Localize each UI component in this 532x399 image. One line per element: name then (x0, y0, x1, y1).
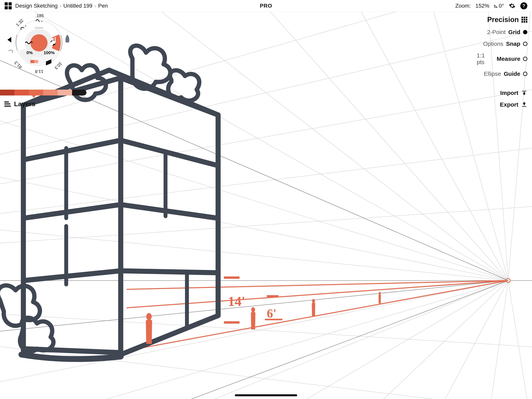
breadcrumb: Design Sketching › Untitled 199 › Pen (15, 3, 108, 9)
export-icon (521, 102, 527, 108)
crumb-app[interactable]: Design Sketching (15, 3, 58, 9)
swatch-4[interactable] (43, 90, 58, 96)
swatch-6[interactable] (72, 90, 86, 96)
import-icon (521, 90, 527, 96)
annotation-6ft: 6' (267, 306, 277, 320)
layers-button[interactable]: Layers (4, 100, 35, 108)
home-indicator (235, 394, 297, 396)
zoom-label: Zoom: (455, 3, 471, 9)
chevron-right-icon: › (95, 3, 96, 9)
layers-label: Layers (14, 100, 35, 108)
radio-empty-icon[interactable] (523, 72, 527, 76)
swatch-2[interactable] (14, 90, 29, 96)
angle-value[interactable]: 0° (494, 3, 504, 9)
annotation-14ft: 14' (228, 294, 245, 309)
top-bar: Design Sketching › Untitled 199 › Pen PR… (0, 0, 532, 12)
redo-arrow-icon[interactable] (7, 48, 14, 56)
building-sketch (21, 70, 218, 359)
row-guide[interactable]: Ellipse Guide (484, 71, 527, 77)
crumb-tool[interactable]: Pen (98, 3, 108, 9)
wheel-top-value: .185 (35, 13, 44, 18)
chevron-right-icon: › (60, 3, 61, 9)
precision-header[interactable]: Precision (487, 16, 527, 24)
svg-line-25 (0, 206, 532, 281)
svg-line-17 (350, 281, 508, 399)
app-menu-icon[interactable] (5, 2, 12, 9)
opacity-left: 0% (26, 50, 33, 55)
svg-rect-45 (35, 27, 43, 28)
svg-line-24 (0, 148, 532, 281)
svg-line-9 (0, 177, 508, 281)
svg-line-23 (0, 90, 532, 281)
svg-line-8 (0, 121, 508, 281)
crumb-doc[interactable]: Untitled 199 (63, 3, 92, 9)
row-measure[interactable]: 1:1 pts Measure (477, 52, 527, 65)
layers-icon (4, 102, 11, 107)
scale-figures (146, 292, 381, 344)
svg-rect-49 (30, 60, 34, 63)
svg-point-42 (379, 292, 381, 295)
gear-icon (509, 3, 515, 9)
help-button[interactable]: ? (520, 2, 527, 9)
svg-line-18 (428, 281, 508, 399)
svg-line-32 (127, 281, 508, 351)
svg-line-15 (136, 281, 508, 399)
svg-line-20 (508, 281, 532, 399)
radio-empty-icon[interactable] (523, 57, 527, 61)
canvas[interactable]: 14' 6' (0, 12, 532, 399)
zoom-value[interactable]: 152% (475, 3, 489, 9)
export-button[interactable]: Export (500, 101, 527, 108)
svg-point-41 (312, 299, 315, 303)
angle-icon (494, 4, 498, 8)
row-snap[interactable]: Options Snap (483, 40, 527, 47)
row-grid[interactable]: 2-Point Grid (487, 29, 527, 35)
wheel-b-value: 11.8 (35, 69, 44, 74)
color-palette[interactable] (0, 90, 86, 96)
pro-badge[interactable]: PRO (260, 3, 272, 9)
undo-arrow-icon[interactable] (6, 36, 14, 44)
scale-guides (127, 281, 508, 351)
svg-point-40 (251, 307, 255, 312)
svg-line-5 (136, 12, 508, 281)
radio-filled-icon[interactable] (523, 30, 527, 34)
svg-line-13 (0, 281, 508, 382)
help-icon: ? (522, 3, 525, 9)
swatch-5[interactable] (58, 90, 72, 96)
swatch-1[interactable] (0, 90, 14, 96)
tool-wheel[interactable]: .185 1.32 81.3 11.8 10.3 0% 100% (12, 16, 66, 70)
canvas-svg: 14' 6' (0, 12, 532, 399)
radio-empty-icon[interactable] (523, 42, 527, 46)
swatch-3[interactable] (29, 90, 43, 96)
squiggle-icon (35, 18, 43, 22)
import-button[interactable]: Import (500, 90, 527, 96)
precision-panel: Precision 2-Point Grid Options Snap 1:1 … (477, 16, 527, 108)
grid-dots-icon (521, 17, 527, 23)
color-swatch-center[interactable] (30, 34, 48, 51)
svg-line-19 (487, 281, 508, 399)
palette-marker-icon (32, 95, 36, 98)
settings-button[interactable] (509, 2, 516, 9)
opacity-right: 100% (44, 50, 55, 55)
svg-point-39 (146, 313, 152, 320)
pen-tool-icon[interactable] (64, 34, 72, 44)
svg-line-4 (253, 12, 508, 281)
